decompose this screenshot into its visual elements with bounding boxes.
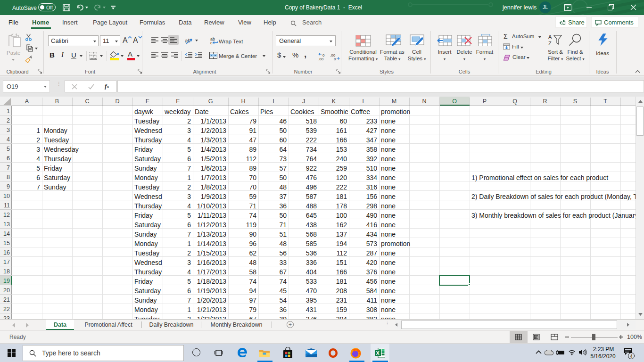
svg-text:A: A [548, 34, 552, 40]
svg-text:X: X [376, 350, 380, 356]
svg-text:c: c [210, 41, 213, 44]
svg-text:Z: Z [548, 41, 552, 46]
svg-text:.00: .00 [318, 57, 324, 61]
svg-text:0: 0 [334, 57, 336, 61]
